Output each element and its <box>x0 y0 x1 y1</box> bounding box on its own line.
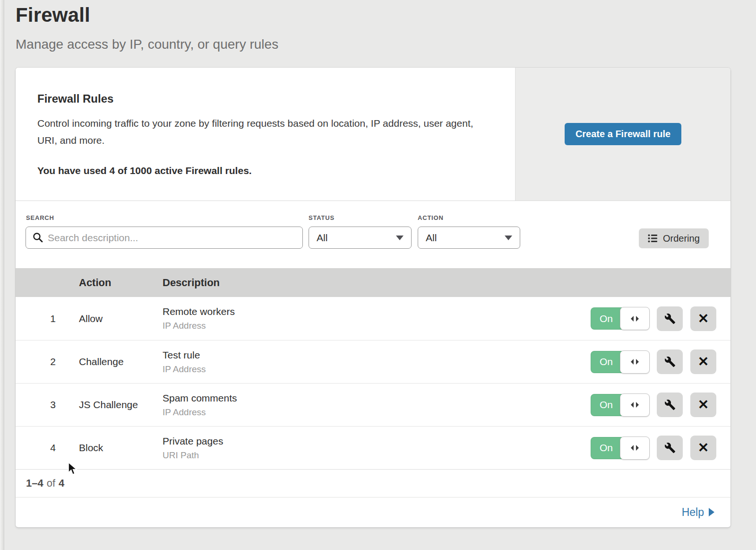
toggle-on-label: On <box>591 351 622 373</box>
rule-match-type: URI Path <box>163 450 591 461</box>
toggle-arrows-icon <box>631 402 639 408</box>
help-link-label: Help <box>682 506 704 519</box>
delete-rule-button[interactable]: ✕ <box>690 349 716 374</box>
toggle-arrows-icon <box>631 359 639 365</box>
create-firewall-rule-button[interactable]: Create a Firewall rule <box>565 123 681 145</box>
firewall-rules-card: Firewall Rules Control incoming traffic … <box>16 68 730 527</box>
toggle-on-label: On <box>591 307 622 330</box>
rule-description: Remote workers <box>163 306 591 317</box>
rule-description: Spam comments <box>163 393 591 404</box>
close-icon: ✕ <box>698 398 709 411</box>
page-header: Firewall Manage access by IP, country, o… <box>16 4 278 52</box>
search-field-wrap <box>26 227 303 249</box>
close-icon: ✕ <box>698 312 709 325</box>
rule-controls: On ✕ <box>591 349 730 374</box>
card-footer: Help <box>16 497 730 527</box>
search-icon <box>33 232 43 243</box>
filters-section: SEARCH STATUS All ACTION All <box>16 201 730 268</box>
rule-controls: On ✕ <box>591 393 730 417</box>
rule-action: Challenge <box>79 356 139 367</box>
wrench-icon <box>664 356 676 367</box>
rule-priority: 4 <box>16 442 56 454</box>
ordering-button[interactable]: Ordering <box>639 228 709 248</box>
table-row: 4 Block Private pages URI Path On <box>16 426 730 469</box>
wrench-icon <box>664 399 676 410</box>
rule-match-type: IP Address <box>163 321 591 331</box>
rule-enabled-toggle[interactable]: On <box>591 394 649 416</box>
edit-rule-button[interactable] <box>657 306 683 331</box>
rules-info-text: Firewall Rules Control incoming traffic … <box>16 68 515 201</box>
help-link[interactable]: Help <box>682 506 714 519</box>
rule-description-cell: Remote workers IP Address <box>163 306 591 331</box>
rule-action: JS Challenge <box>79 399 139 410</box>
close-icon: ✕ <box>698 441 709 454</box>
rule-enabled-toggle[interactable]: On <box>591 351 649 373</box>
rule-action: Allow <box>79 313 139 324</box>
search-input[interactable] <box>26 227 303 249</box>
action-column-header: Action <box>79 277 139 289</box>
rule-priority: 2 <box>16 356 56 367</box>
rule-match-type: IP Address <box>163 364 591 375</box>
action-select-value: All <box>426 232 437 244</box>
rule-match-type: IP Address <box>163 407 591 418</box>
toggle-on-label: On <box>591 394 622 416</box>
pagination-range: 1–4 <box>26 477 43 489</box>
edit-rule-button[interactable] <box>657 436 683 460</box>
rules-description: Control incoming traffic to your zone by… <box>37 115 487 149</box>
edit-rule-button[interactable] <box>657 349 683 374</box>
rule-description: Test rule <box>163 349 591 361</box>
toggle-on-label: On <box>591 437 622 459</box>
toggle-knob <box>620 393 650 417</box>
page-subtitle: Manage access by IP, country, or query r… <box>16 37 278 52</box>
rule-controls: On ✕ <box>591 306 730 331</box>
rules-usage-count: You have used 4 of 1000 active Firewall … <box>37 165 487 176</box>
cursor-pointer-icon <box>67 462 78 475</box>
edit-rule-button[interactable] <box>657 393 683 417</box>
rule-description-cell: Private pages URI Path <box>163 436 591 461</box>
rule-priority: 1 <box>16 313 56 324</box>
table-row: 3 JS Challenge Spam comments IP Address … <box>16 383 730 426</box>
status-label: STATUS <box>309 214 335 221</box>
action-label: ACTION <box>418 214 444 221</box>
ordering-button-label: Ordering <box>663 233 700 244</box>
pagination-row: 1–4 of 4 <box>16 469 730 497</box>
pagination-of-label: of <box>47 477 55 489</box>
rule-enabled-toggle[interactable]: On <box>591 307 649 330</box>
toggle-arrows-icon <box>631 316 639 322</box>
pagination-total: 4 <box>59 477 64 489</box>
help-arrow-icon <box>709 508 714 516</box>
page-title: Firewall <box>16 4 278 26</box>
toggle-arrows-icon <box>631 445 639 451</box>
rule-controls: On ✕ <box>591 436 730 460</box>
rule-description: Private pages <box>163 436 591 447</box>
status-select-value: All <box>317 232 327 244</box>
table-header-row: Action Description <box>16 268 730 297</box>
delete-rule-button[interactable]: ✕ <box>690 393 716 417</box>
window-left-edge <box>0 0 4 550</box>
delete-rule-button[interactable]: ✕ <box>690 306 716 331</box>
rules-info-section: Firewall Rules Control incoming traffic … <box>16 68 730 201</box>
search-label: SEARCH <box>26 214 54 221</box>
table-row: 2 Challenge Test rule IP Address On <box>16 340 730 383</box>
action-select[interactable]: All <box>418 227 520 249</box>
rule-description-cell: Spam comments IP Address <box>163 393 591 418</box>
rules-heading: Firewall Rules <box>37 92 487 105</box>
toggle-knob <box>620 350 650 374</box>
chevron-down-icon <box>505 236 512 240</box>
rule-action: Block <box>79 442 139 454</box>
status-select[interactable]: All <box>309 227 412 249</box>
rule-description-cell: Test rule IP Address <box>163 349 591 375</box>
table-row: 1 Allow Remote workers IP Address On <box>16 297 730 340</box>
wrench-icon <box>664 313 676 324</box>
wrench-icon <box>664 442 676 454</box>
toggle-knob <box>620 307 650 330</box>
ordering-list-icon <box>648 234 658 243</box>
close-icon: ✕ <box>698 355 709 368</box>
create-rule-panel: Create a Firewall rule <box>515 68 730 201</box>
rule-priority: 3 <box>16 399 56 410</box>
chevron-down-icon <box>396 236 404 240</box>
delete-rule-button[interactable]: ✕ <box>690 436 716 460</box>
description-column-header: Description <box>163 277 730 289</box>
toggle-knob <box>620 437 650 460</box>
rule-enabled-toggle[interactable]: On <box>591 437 649 459</box>
